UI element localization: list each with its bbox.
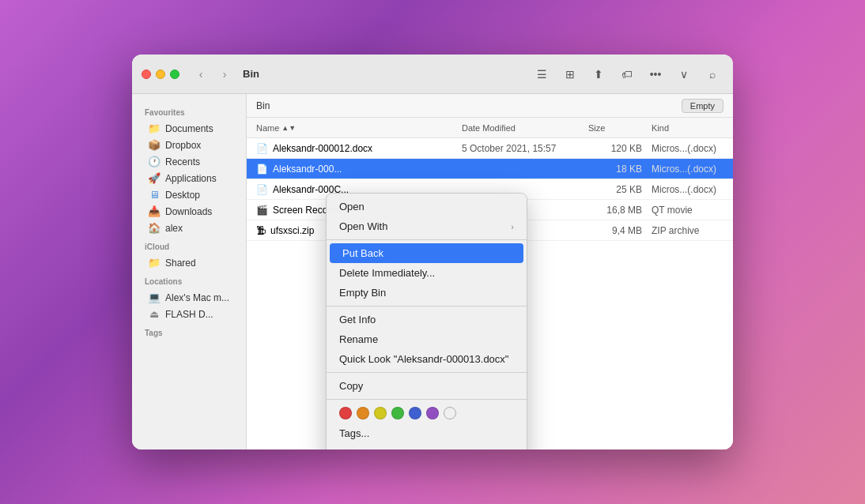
docx-icon: 📄	[256, 164, 268, 175]
color-tag-empty[interactable]	[444, 407, 456, 419]
file-size-cell: 18 KB	[588, 164, 652, 175]
empty-button[interactable]: Empty	[682, 99, 723, 113]
color-tag-blue[interactable]	[409, 407, 421, 419]
context-menu-open[interactable]: Open	[327, 197, 527, 216]
computer-icon: 💻	[148, 291, 161, 303]
file-kind-cell: Micros...(.docx)	[652, 184, 723, 195]
dropbox-icon: 📦	[148, 139, 161, 151]
context-menu-empty-bin[interactable]: Empty Bin	[327, 283, 527, 303]
color-tag-green[interactable]	[391, 407, 404, 419]
grid-view-button[interactable]: ⊞	[559, 63, 581, 85]
file-size-cell: 25 KB	[588, 184, 652, 195]
context-menu-copy[interactable]: Copy	[327, 376, 527, 396]
sidebar-item-downloads[interactable]: 📥 Downloads	[135, 203, 243, 220]
breadcrumb: Bin	[256, 100, 270, 111]
sidebar: Favourites 📁 Documents 📦 Dropbox 🕐 Recen…	[132, 94, 247, 449]
size-column-header[interactable]: Size	[588, 123, 652, 133]
file-kind-cell: Micros...(.docx)	[652, 143, 723, 154]
context-menu-delete-immediately[interactable]: Delete Immediately...	[327, 263, 527, 283]
sort-chevron-icon: ▲▼	[281, 124, 296, 132]
desktop-icon: 🖥	[148, 189, 161, 201]
sidebar-item-label: alex	[165, 223, 183, 234]
tag-icon: 🏷	[621, 68, 633, 81]
file-name-cell: 📄 Aleksandr-000012.docx	[256, 143, 462, 154]
sidebar-item-documents[interactable]: 📁 Documents	[135, 120, 243, 137]
submenu-chevron-icon: ›	[511, 222, 514, 231]
forward-button[interactable]: ›	[216, 66, 233, 83]
sidebar-item-dropbox[interactable]: 📦 Dropbox	[135, 137, 243, 153]
context-menu: Open Open With › Put Back Delete Immedia…	[326, 193, 527, 449]
sidebar-item-label: Downloads	[165, 206, 212, 217]
more-button[interactable]: •••	[644, 63, 667, 85]
sidebar-item-label: Recents	[165, 156, 200, 167]
color-tag-orange[interactable]	[357, 407, 369, 419]
date-column-header[interactable]: Date Modified	[462, 123, 588, 133]
search-button[interactable]: ⌕	[701, 63, 723, 85]
video-icon: 🎬	[256, 205, 268, 216]
color-tags-row	[327, 403, 527, 423]
share-icon: ⬆	[594, 68, 603, 81]
sidebar-item-recents[interactable]: 🕐 Recents	[135, 153, 243, 170]
table-row[interactable]: 📄 Aleksandr-000012.docx 5 October 2021, …	[247, 138, 733, 159]
shared-icon: 📁	[148, 257, 161, 269]
sidebar-item-label: Dropbox	[165, 140, 201, 151]
minimize-button[interactable]	[156, 70, 165, 79]
file-kind-cell: QT movie	[652, 205, 723, 216]
home-icon: 🏠	[148, 222, 161, 234]
color-tag-red[interactable]	[339, 407, 352, 419]
context-menu-open-with[interactable]: Open With ›	[327, 216, 527, 236]
fullscreen-button[interactable]	[170, 70, 179, 79]
window-title: Bin	[243, 68, 259, 80]
context-menu-tags[interactable]: Tags...	[327, 423, 527, 443]
kind-column-header[interactable]: Kind	[652, 123, 723, 133]
downloads-icon: 📥	[148, 205, 161, 217]
locations-section-label: Locations	[132, 271, 246, 289]
tag-button[interactable]: 🏷	[616, 63, 638, 85]
sidebar-item-label: Shared	[165, 258, 196, 269]
context-menu-quick-look[interactable]: Quick Look "Aleksandr-000013.docx"	[327, 349, 527, 369]
search-icon: ⌕	[709, 68, 716, 81]
drive-icon: ⏏	[148, 308, 161, 320]
favourites-section-label: Favourites	[132, 102, 246, 120]
chevron-button[interactable]: ∨	[673, 63, 695, 85]
file-size-cell: 9,4 MB	[588, 225, 652, 236]
column-headers: Name ▲▼ Date Modified Size Kind	[247, 118, 733, 138]
table-row[interactable]: 📄 Aleksandr-000... 18 KB Micros...(.docx…	[247, 159, 733, 179]
traffic-lights	[142, 70, 179, 79]
tags-section-label: Tags	[132, 322, 246, 340]
sidebar-item-shared[interactable]: 📁 Shared	[135, 254, 243, 271]
sidebar-item-alexs-mac[interactable]: 💻 Alex's Mac m...	[135, 289, 243, 306]
sidebar-item-label: Documents	[165, 123, 213, 134]
context-menu-put-back[interactable]: Put Back	[330, 243, 523, 263]
clock-icon: 🕐	[148, 156, 161, 167]
context-menu-rename[interactable]: Rename	[327, 329, 527, 349]
finder-window: ‹ › Bin ☰ ⊞ ⬆ 🏷 ••• ∨ ⌕ Favourites	[132, 55, 733, 449]
context-menu-separator	[327, 306, 527, 307]
folder-icon: 📁	[148, 122, 161, 134]
share-button[interactable]: ⬆	[587, 63, 610, 85]
more-icon: •••	[650, 68, 662, 81]
name-column-header[interactable]: Name ▲▼	[256, 123, 462, 133]
sidebar-item-alex[interactable]: 🏠 alex	[135, 220, 243, 236]
list-view-icon: ☰	[537, 68, 547, 81]
sidebar-item-applications[interactable]: 🚀 Applications	[135, 170, 243, 186]
context-menu-get-info[interactable]: Get Info	[327, 310, 527, 329]
file-name-cell: 📄 Aleksandr-000...	[256, 164, 462, 175]
icloud-section-label: iCloud	[132, 236, 246, 254]
title-bar: ‹ › Bin ☰ ⊞ ⬆ 🏷 ••• ∨ ⌕	[132, 55, 733, 94]
applications-icon: 🚀	[148, 172, 161, 184]
chevron-down-icon: ∨	[680, 68, 688, 81]
color-tag-purple[interactable]	[426, 407, 439, 419]
context-menu-separator	[327, 372, 527, 373]
file-size-cell: 120 KB	[588, 143, 652, 154]
docx-icon: 📄	[256, 184, 268, 195]
close-button[interactable]	[142, 70, 151, 79]
context-menu-upload-monosnap[interactable]: Upload with Monosnap	[327, 443, 527, 449]
sidebar-item-flash-drive[interactable]: ⏏ FLASH D...	[135, 306, 243, 322]
sidebar-item-desktop[interactable]: 🖥 Desktop	[135, 186, 243, 203]
grid-view-icon: ⊞	[565, 68, 575, 81]
back-button[interactable]: ‹	[192, 66, 210, 83]
docx-icon: 📄	[256, 143, 268, 154]
color-tag-yellow[interactable]	[374, 407, 387, 419]
list-view-button[interactable]: ☰	[531, 63, 553, 85]
